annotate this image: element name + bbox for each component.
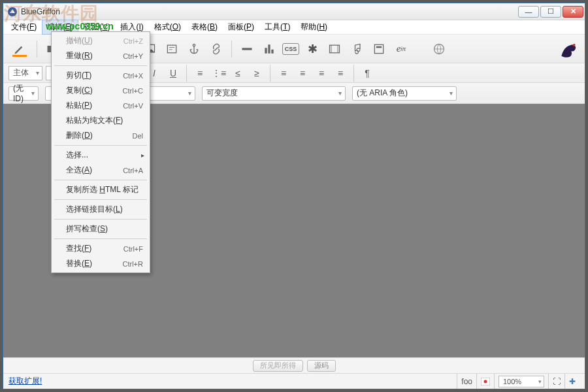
menu-item-拼写检查[interactable]: 拼写检查(S) — [53, 221, 148, 237]
toolbar-separator — [37, 41, 37, 57]
underline-button[interactable]: U — [165, 66, 181, 80]
window-title: BlueGriffon — [21, 7, 518, 16]
link-button[interactable] — [207, 40, 225, 58]
anchor-button[interactable] — [185, 40, 203, 58]
menu-item-删除[interactable]: 删除(D)Del — [53, 128, 148, 143]
align-justify-button[interactable]: ≡ — [333, 66, 348, 80]
align-center-button[interactable]: ≡ — [295, 66, 310, 80]
status-flag-icon[interactable] — [476, 374, 494, 389]
toolbar-separator — [353, 65, 354, 82]
puzzle-icon[interactable]: ✚ — [564, 374, 580, 389]
chart-button[interactable] — [260, 40, 278, 58]
toolbar-separator — [231, 41, 232, 57]
menu-面板[interactable]: 面板(P) — [223, 20, 259, 35]
direction-button[interactable]: ¶ — [359, 66, 375, 80]
get-extensions-link[interactable]: 获取扩展! — [8, 376, 42, 387]
menu-item-全选[interactable]: 全选(A)Ctrl+A — [53, 163, 148, 178]
griffon-logo — [557, 38, 580, 60]
special-char-button[interactable]: ✱ — [303, 40, 321, 58]
menu-item-重做[interactable]: 重做(R)Ctrl+Y — [53, 48, 148, 63]
menu-item-粘贴为纯文本[interactable]: 粘贴为纯文本(F) — [53, 113, 148, 128]
menu-separator — [54, 65, 147, 66]
css-button[interactable]: CSS — [282, 43, 299, 55]
video-button[interactable] — [325, 40, 344, 58]
template-button[interactable] — [370, 40, 388, 58]
menu-separator — [54, 180, 147, 180]
form-button[interactable] — [163, 40, 181, 58]
menu-文件[interactable]: 文件(F) — [6, 20, 42, 35]
element-selector[interactable]: 主体 — [8, 66, 42, 80]
id-selector[interactable]: (无 ID) — [8, 86, 39, 101]
menu-工具[interactable]: 工具(T) — [259, 20, 295, 35]
svg-rect-4 — [167, 45, 176, 53]
menu-item-查找[interactable]: 查找(F)Ctrl+F — [53, 241, 148, 256]
menu-item-复制[interactable]: 复制(C)Ctrl+C — [53, 83, 148, 98]
toolbar-separator — [270, 65, 270, 82]
zoom-selector[interactable]: 100% — [498, 376, 544, 387]
svg-rect-6 — [242, 48, 252, 50]
menu-separator — [54, 145, 147, 146]
menu-item-剪切[interactable]: 剪切(T)Ctrl+X — [53, 68, 148, 83]
title-bar: BlueGriffon — ☐ ✕ — [3, 3, 585, 20]
menu-帮助[interactable]: 帮助(H) — [295, 20, 333, 35]
audio-button[interactable] — [348, 40, 366, 58]
status-bar: 获取扩展! foo 100% ⛶ ✚ — [3, 373, 585, 389]
wysiwyg-view-button[interactable]: 所见即所得 — [253, 360, 303, 372]
maximize-button[interactable]: ☐ — [540, 6, 561, 18]
align-right-button[interactable]: ≡ — [314, 66, 329, 80]
math-button[interactable]: eiπ — [392, 40, 410, 58]
width-selector[interactable]: 可变宽度 — [202, 86, 346, 101]
menu-item-选择...[interactable]: 选择...▸ — [53, 148, 148, 163]
svg-rect-8 — [374, 44, 383, 53]
menu-separator — [54, 199, 147, 200]
menu-表格[interactable]: 表格(B) — [186, 20, 223, 35]
new-document-button[interactable] — [8, 39, 31, 59]
outdent-button[interactable]: ≤ — [230, 66, 246, 80]
svg-point-12 — [484, 380, 487, 383]
svg-rect-9 — [376, 46, 382, 48]
menu-格式[interactable]: 格式(O) — [149, 20, 186, 35]
menu-item-复制所选 HTML 标记[interactable]: 复制所选 HTML 标记 — [53, 182, 148, 197]
menu-separator — [54, 219, 147, 220]
menu-item-粘贴[interactable]: 粘贴(P)Ctrl+V — [53, 98, 148, 113]
hr-button[interactable] — [238, 40, 256, 58]
status-foo: foo — [457, 374, 476, 389]
close-button[interactable]: ✕ — [563, 6, 583, 18]
view-switcher-bar: 所见即所得 源码 — [3, 357, 585, 373]
list-unordered-button[interactable]: ⋮≡ — [211, 66, 227, 80]
source-view-button[interactable]: 源码 — [307, 360, 336, 372]
edit-menu-dropdown: 撤销(U)Ctrl+Z重做(R)Ctrl+Y剪切(T)Ctrl+X复制(C)Ct… — [51, 31, 150, 273]
menu-item-撤销: 撤销(U)Ctrl+Z — [53, 33, 148, 48]
minimize-button[interactable]: — — [518, 6, 539, 18]
menu-separator — [54, 238, 147, 239]
align-left-button[interactable]: ≡ — [276, 66, 291, 80]
globe-button[interactable] — [430, 40, 448, 58]
toolbar-separator — [186, 65, 187, 82]
fullscreen-icon[interactable]: ⛶ — [548, 374, 564, 389]
app-icon — [7, 7, 18, 17]
menu-item-选择链接目标[interactable]: 选择链接目标(L) — [53, 202, 148, 217]
svg-point-5 — [193, 44, 195, 46]
menu-item-替换[interactable]: 替换(E)Ctrl+R — [53, 256, 148, 271]
list-ordered-button[interactable]: ≡ — [192, 66, 208, 80]
aria-role-selector[interactable]: (无 ARIA 角色) — [352, 86, 457, 101]
indent-button[interactable]: ≥ — [249, 66, 265, 80]
